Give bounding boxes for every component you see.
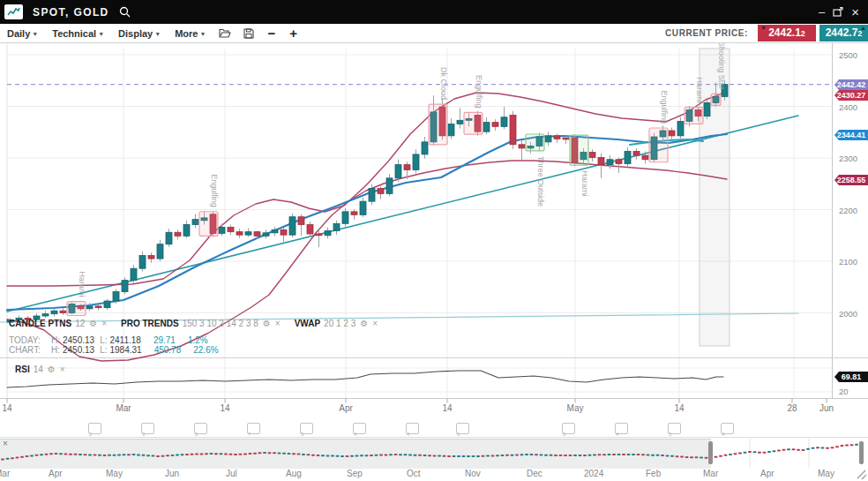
svg-text:Harami: Harami <box>580 170 589 196</box>
navigator-month-label: Jun <box>165 469 179 478</box>
title-bar: SPOT, GOLD – × <box>0 0 868 24</box>
navigator-month-label: Mar <box>703 469 718 478</box>
svg-text:Engulfing: Engulfing <box>660 90 669 124</box>
price-tag: 2442.42 <box>834 79 868 90</box>
navigator-month-label: May <box>106 469 123 478</box>
menu-technical[interactable]: Technical▼ <box>45 28 111 39</box>
close-icon[interactable]: × <box>60 365 65 374</box>
gear-icon[interactable]: ⚙ <box>360 319 368 328</box>
today-stats-row: TODAY: H:2450.13 L:2411.18 29.71 1.2% <box>9 335 208 345</box>
svg-text:Engulfing: Engulfing <box>475 75 483 109</box>
menu-display[interactable]: Display▼ <box>111 28 168 39</box>
navigator-unselected-region[interactable] <box>0 439 711 469</box>
chevron-down-icon: ▼ <box>32 31 38 37</box>
calendar-event-icon[interactable]: 4 <box>615 423 628 434</box>
navigator-month-label: 2024 <box>584 469 603 478</box>
x-axis-label: Mar <box>116 403 131 413</box>
y-axis-label: 2000 <box>839 309 857 319</box>
current-price-label: CURRENT PRICE: <box>665 28 748 38</box>
close-icon[interactable]: × <box>275 319 281 328</box>
calendar-event-icon[interactable]: 8 <box>562 423 575 434</box>
calendar-event-icon[interactable]: 2 <box>88 423 101 434</box>
svg-text:Shooting Star: Shooting Star <box>717 41 726 90</box>
navigator-left-handle[interactable] <box>708 441 713 464</box>
toolbar: Daily▼ Technical▼ Display▼ More▼ − + CUR… <box>0 24 868 43</box>
calendar-event-icon[interactable]: 3 <box>300 423 313 434</box>
ask-price-badge: 2442.72 ▲ <box>819 25 868 41</box>
navigator-month-label: Oct <box>407 469 421 478</box>
rsi-value-tag: 69.81 <box>834 372 868 382</box>
x-axis-label: Jun <box>819 403 834 413</box>
search-icon[interactable] <box>119 6 131 18</box>
x-axis-label: 14 <box>442 403 452 413</box>
navigator-month-label: Jul <box>226 469 237 478</box>
navigator-month-label: Feb <box>646 469 661 478</box>
x-axis-label: 14 <box>220 403 229 413</box>
svg-text:Three Outside: Three Outside <box>536 156 545 207</box>
navigator-month-label: Apr <box>49 469 63 478</box>
y-axis-label: 2100 <box>839 257 857 267</box>
navigator-month-label: Sep <box>347 469 363 478</box>
symbol-title: SPOT, GOLD <box>33 6 109 19</box>
gear-icon[interactable]: ⚙ <box>89 319 97 328</box>
rsi-axis-label: 20 <box>839 387 849 396</box>
navigator-month-label: Apr <box>760 469 774 478</box>
navigator-month-label: May <box>818 469 834 478</box>
popout-button[interactable] <box>833 7 843 17</box>
close-icon[interactable]: × <box>101 319 107 328</box>
calendar-event-icon[interactable]: 4 <box>353 423 366 434</box>
svg-text:Harami: Harami <box>78 272 86 297</box>
y-axis-label: 2200 <box>839 206 857 215</box>
navigator-close-icon[interactable]: × <box>3 439 8 448</box>
calendar-event-icon[interactable]: 6 <box>456 423 469 434</box>
navigator-month-label: Dec <box>527 469 542 478</box>
y-axis-label: 2300 <box>839 154 857 163</box>
chevron-down-icon: ▼ <box>199 31 206 37</box>
calendar-event-icon[interactable]: 5 <box>668 423 681 434</box>
trading-app-window: { "title_bar": { "symbol": "SPOT, GOLD",… <box>0 0 868 481</box>
calendar-event-icon[interactable]: 4 <box>406 423 419 434</box>
save-icon <box>243 28 254 39</box>
indicator-legend: CANDLE PTNS 12 ⚙ × PRO TRENDS 150 3 10 2… <box>9 319 392 328</box>
navigator-month-label: Mar <box>0 469 10 478</box>
x-axis-label: Apr <box>339 403 353 413</box>
chevron-down-icon: ▼ <box>98 31 104 37</box>
minimize-button[interactable]: – <box>819 6 825 18</box>
folder-icon <box>219 28 231 39</box>
indicator-pro-trends: PRO TRENDS 150 3 10 2 14 2 3 8 ⚙ × <box>121 319 281 328</box>
open-chart-button[interactable] <box>213 28 237 39</box>
svg-text:Dk Cloud: Dk Cloud <box>439 67 448 100</box>
close-button[interactable]: × <box>851 6 859 18</box>
price-tag: 2430.27 <box>834 90 868 101</box>
gear-icon[interactable]: ⚙ <box>48 365 56 374</box>
close-icon[interactable]: × <box>372 319 378 328</box>
arrow-up-icon: ▲ <box>860 25 866 32</box>
calendar-event-icon[interactable]: 7 <box>247 423 260 434</box>
navigator-right-handle[interactable] <box>859 441 864 464</box>
menu-daily[interactable]: Daily▼ <box>0 28 45 39</box>
chart-stats-row: CHART: H:2450.13 L:1984.31 450.78 22.6% <box>9 345 219 355</box>
indicator-vwap: VWAP 20 1 2 3 ⚙ × <box>295 319 378 328</box>
price-tag: 2344.41 <box>834 130 868 140</box>
arrow-down-icon: ▼ <box>760 25 767 32</box>
chevron-down-icon: ▼ <box>154 31 161 37</box>
price-tag: 2258.55 <box>834 175 868 185</box>
gear-icon[interactable]: ⚙ <box>263 319 271 328</box>
zoom-out-button[interactable]: − <box>260 26 282 41</box>
calendar-event-icon[interactable]: 6 <box>194 423 207 434</box>
x-axis-label: 14 <box>674 403 684 413</box>
x-axis-label: May <box>567 403 584 413</box>
svg-text:Harami: Harami <box>695 78 704 103</box>
x-axis-label: 28 <box>787 403 797 413</box>
calendar-event-icon[interactable]: 4 <box>721 423 734 434</box>
navigator-month-label: Nov <box>465 469 481 478</box>
menu-more[interactable]: More▼ <box>168 28 213 39</box>
indicator-candle-ptns: CANDLE PTNS 12 ⚙ × <box>9 319 107 328</box>
svg-text:Engulfing: Engulfing <box>210 174 219 207</box>
rsi-legend: RSI 14 ⚙ × <box>15 365 65 374</box>
zoom-in-button[interactable]: + <box>282 26 304 41</box>
y-axis-label: 2400 <box>839 102 857 112</box>
navigator-month-label: Aug <box>286 469 302 478</box>
save-chart-button[interactable] <box>237 28 260 39</box>
calendar-event-icon[interactable]: 3 <box>141 423 154 434</box>
